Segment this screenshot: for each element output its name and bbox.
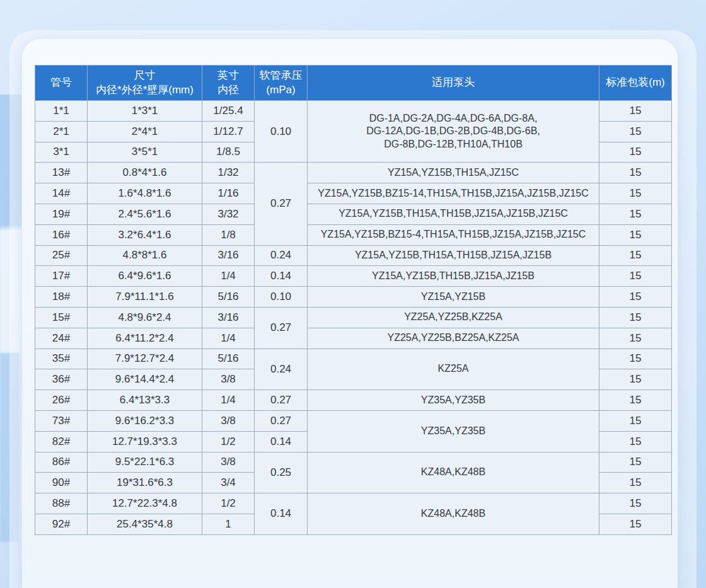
cell-packaging-m: 15 (599, 224, 672, 245)
cell-inch-id: 3/16 (202, 307, 255, 328)
table-row: 18#7.9*11.1*1.65/160.10YZ15A,YZ15B15 (35, 287, 672, 308)
cell-size-mm: 0.8*4*1.6 (88, 163, 202, 183)
cell-pump-heads: YZ35A,YZ35B (308, 390, 599, 411)
cell-packaging-m: 15 (599, 410, 672, 431)
cell-tube-no: 35# (35, 349, 88, 369)
cell-size-mm: 6.4*11.2*2.4 (88, 328, 202, 349)
cell-packaging-m: 15 (599, 163, 672, 183)
table-row: 16#3.2*6.4*1.61/8YZ15A,YZ15B,BZ15-4,TH15… (35, 224, 672, 245)
cell-packaging-m: 15 (599, 369, 672, 390)
header-cell-tube-no: 管号 (35, 66, 88, 101)
cell-size-mm: 4.8*9.6*2.4 (88, 307, 202, 328)
cell-packaging-m: 15 (599, 101, 672, 122)
cell-size-mm: 1.6*4.8*1.6 (88, 183, 202, 204)
cell-pump-heads: KZ48A,KZ48B (308, 452, 599, 493)
cell-tube-no: 19# (35, 204, 88, 224)
table-row: 86#9.5*22.1*6.33/80.25KZ48A,KZ48B15 (35, 452, 672, 473)
cell-inch-id: 1/2 (202, 431, 255, 452)
table-row: 1*11*3*11/25.40.10DG-1A,DG-2A,DG-4A,DG-6… (35, 101, 672, 122)
cell-pressure-mpa: 0.25 (255, 452, 308, 493)
cell-pressure-mpa: 0.27 (255, 410, 308, 431)
cell-tube-no: 73# (35, 410, 88, 431)
cell-size-mm: 12.7*19.3*3.3 (88, 431, 202, 452)
cell-pressure-mpa: 0.14 (255, 431, 308, 452)
hose-spec-table: 管号 尺寸 内径*外径*壁厚(mm) 英寸 内径 软管承压 (mPa) 适用泵头… (35, 65, 672, 535)
cell-tube-no: 82# (35, 431, 88, 452)
cell-pressure-mpa: 0.14 (255, 493, 308, 535)
cell-pressure-mpa: 0.27 (255, 163, 308, 245)
cell-tube-no: 13# (35, 163, 88, 183)
cell-packaging-m: 15 (599, 307, 672, 328)
cell-size-mm: 6.4*13*3.3 (88, 390, 202, 411)
cell-packaging-m: 15 (599, 121, 672, 142)
cell-size-mm: 9.5*22.1*6.3 (88, 452, 202, 473)
cell-pressure-mpa: 0.10 (255, 101, 308, 163)
cell-inch-id: 5/16 (202, 349, 255, 369)
cell-tube-no: 1*1 (35, 101, 88, 122)
cell-packaging-m: 15 (599, 142, 672, 163)
cell-size-mm: 3*5*1 (88, 142, 202, 163)
header-cell-pump-heads: 适用泵头 (308, 66, 599, 101)
cell-inch-id: 1/25.4 (202, 101, 255, 122)
header-cell-inch-id: 英寸 内径 (202, 66, 255, 101)
cell-pump-heads: YZ15A,YZ15B,BZ15-14,TH15A,TH15B,JZ15A,JZ… (308, 183, 599, 204)
table-row: 88#12.7*22.3*4.81/20.14KZ48A,KZ48B15 (35, 493, 672, 514)
table-row: 15#4.8*9.6*2.43/160.27YZ25A,YZ25B,KZ25A1… (35, 307, 672, 328)
cell-inch-id: 3/32 (202, 204, 255, 224)
cell-pump-heads: YZ15A,YZ15B,TH15A,TH15B,JZ15A,JZ15B (308, 245, 599, 266)
cell-pump-heads: YZ25A,YZ25B,KZ25A (308, 307, 599, 328)
cell-size-mm: 3.2*6.4*1.6 (88, 224, 202, 245)
cell-size-mm: 9.6*16.2*3.3 (88, 410, 202, 431)
cell-tube-no: 2*1 (35, 121, 88, 142)
cell-packaging-m: 15 (599, 245, 672, 266)
cell-pressure-mpa: 0.24 (255, 245, 308, 266)
cell-packaging-m: 15 (599, 390, 672, 411)
cell-pump-heads: KZ25A (308, 349, 599, 390)
cell-inch-id: 5/16 (202, 287, 255, 308)
cell-inch-id: 3/4 (202, 473, 255, 493)
cell-inch-id: 1/4 (202, 390, 255, 411)
cell-size-mm: 9.6*14.4*2.4 (88, 369, 202, 390)
table-row: 26#6.4*13*3.31/40.27YZ35A,YZ35B15 (35, 390, 672, 411)
cell-size-mm: 19*31.6*6.3 (88, 473, 202, 493)
cell-size-mm: 6.4*9.6*1.6 (88, 266, 202, 287)
cell-tube-no: 26# (35, 390, 88, 411)
cell-inch-id: 1/16 (202, 183, 255, 204)
cell-inch-id: 1/12.7 (202, 121, 255, 142)
cell-pump-heads: KZ48A,KZ48B (308, 493, 599, 535)
cell-inch-id: 1/32 (202, 163, 255, 183)
cell-size-mm: 7.9*12.7*2.4 (88, 349, 202, 369)
cell-pump-heads: YZ15A,YZ15B,TH15A,JZ15C (308, 163, 599, 183)
cell-size-mm: 7.9*11.1*1.6 (88, 287, 202, 308)
cell-tube-no: 92# (35, 514, 88, 534)
table-row: 19#2.4*5.6*1.63/32YZ15A,YZ15B,TH15A,TH15… (35, 204, 672, 224)
cell-inch-id: 1/4 (202, 266, 255, 287)
cell-inch-id: 1/8 (202, 224, 255, 245)
cell-tube-no: 15# (35, 307, 88, 328)
header-row: 管号 尺寸 内径*外径*壁厚(mm) 英寸 内径 软管承压 (mPa) 适用泵头… (35, 66, 672, 101)
table-row: 24#6.4*11.2*2.41/4YZ25A,YZ25B,BZ25A,KZ25… (35, 328, 672, 349)
header-cell-pressure-mpa: 软管承压 (mPa) (255, 66, 308, 101)
cell-inch-id: 1/2 (202, 493, 255, 514)
cell-inch-id: 1/8.5 (202, 142, 255, 163)
table-row: 14#1.6*4.8*1.61/16YZ15A,YZ15B,BZ15-14,TH… (35, 183, 672, 204)
cell-tube-no: 16# (35, 224, 88, 245)
cell-packaging-m: 15 (599, 204, 672, 224)
cell-packaging-m: 15 (599, 349, 672, 369)
table-row: 35#7.9*12.7*2.45/160.24KZ25A15 (35, 349, 672, 369)
spec-table-head: 管号 尺寸 内径*外径*壁厚(mm) 英寸 内径 软管承压 (mPa) 适用泵头… (35, 66, 672, 101)
table-row: 73#9.6*16.2*3.33/80.27YZ35A,YZ35B15 (35, 410, 672, 431)
cell-pump-heads: YZ15A,YZ15B,TH15A,TH15B,JZ15A,JZ15B,JZ15… (308, 204, 599, 224)
cell-size-mm: 4.8*8*1.6 (88, 245, 202, 266)
cell-tube-no: 17# (35, 266, 88, 287)
cell-inch-id: 3/8 (202, 452, 255, 473)
table-row: 25#4.8*8*1.63/160.24YZ15A,YZ15B,TH15A,TH… (35, 245, 672, 266)
cell-inch-id: 1/4 (202, 328, 255, 349)
table-row: 13#0.8*4*1.61/320.27YZ15A,YZ15B,TH15A,JZ… (35, 163, 672, 183)
cell-tube-no: 88# (35, 493, 88, 514)
cell-packaging-m: 15 (599, 452, 672, 473)
cell-inch-id: 3/8 (202, 410, 255, 431)
cell-pressure-mpa: 0.24 (255, 349, 308, 390)
cell-size-mm: 25.4*35*4.8 (88, 514, 202, 534)
cell-inch-id: 3/8 (202, 369, 255, 390)
